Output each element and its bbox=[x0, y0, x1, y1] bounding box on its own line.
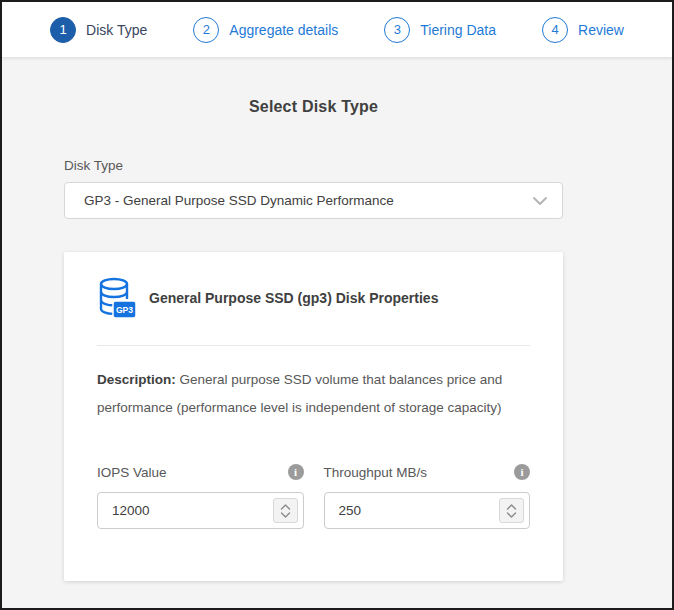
disk-type-selected-value: GP3 - General Purpose SSD Dynamic Perfor… bbox=[84, 193, 532, 208]
step-2-number-badge: 2 bbox=[193, 17, 219, 43]
chevron-down-icon bbox=[532, 196, 548, 206]
step-3-number-badge: 3 bbox=[384, 17, 410, 43]
wizard-window: 1 Disk Type 2 Aggregate details 3 Tierin… bbox=[0, 0, 674, 610]
iops-info-icon[interactable]: i bbox=[288, 464, 304, 480]
disk-properties-card: GP3 General Purpose SSD (gp3) Disk Prope… bbox=[64, 252, 563, 581]
card-divider bbox=[97, 345, 530, 346]
step-1-number-badge: 1 bbox=[50, 17, 76, 43]
wizard-stepper: 1 Disk Type 2 Aggregate details 3 Tierin… bbox=[2, 2, 672, 58]
step-3-label: Tiering Data bbox=[420, 22, 496, 38]
page-title: Select Disk Type bbox=[64, 98, 563, 116]
description-label: Description: bbox=[97, 372, 176, 387]
step-4-number-badge: 4 bbox=[542, 17, 568, 43]
disk-type-select[interactable]: GP3 - General Purpose SSD Dynamic Perfor… bbox=[64, 182, 563, 219]
iops-field: IOPS Value i bbox=[97, 464, 304, 529]
svg-text:GP3: GP3 bbox=[116, 305, 133, 315]
step-2-label: Aggregate details bbox=[229, 22, 338, 38]
gp3-database-icon: GP3 bbox=[97, 276, 137, 320]
throughput-field: Throughput MB/s i bbox=[324, 464, 531, 529]
step-4-label: Review bbox=[578, 22, 624, 38]
iops-input[interactable] bbox=[98, 503, 303, 518]
throughput-info-icon[interactable]: i bbox=[514, 464, 530, 480]
step-1-label: Disk Type bbox=[86, 22, 147, 38]
throughput-stepper[interactable] bbox=[499, 498, 524, 523]
step-4-review[interactable]: 4 Review bbox=[542, 17, 624, 43]
step-3-tiering-data[interactable]: 3 Tiering Data bbox=[384, 17, 496, 43]
disk-type-field-label: Disk Type bbox=[64, 158, 563, 173]
throughput-label: Throughput MB/s bbox=[324, 465, 428, 480]
step-2-aggregate-details[interactable]: 2 Aggregate details bbox=[193, 17, 338, 43]
iops-label: IOPS Value bbox=[97, 465, 167, 480]
step-1-disk-type[interactable]: 1 Disk Type bbox=[50, 17, 147, 43]
description-text: Description: General purpose SSD volume … bbox=[97, 366, 530, 422]
step-content: Select Disk Type Disk Type GP3 - General… bbox=[2, 58, 672, 581]
iops-stepper[interactable] bbox=[273, 498, 298, 523]
card-title: General Purpose SSD (gp3) Disk Propertie… bbox=[149, 290, 438, 306]
